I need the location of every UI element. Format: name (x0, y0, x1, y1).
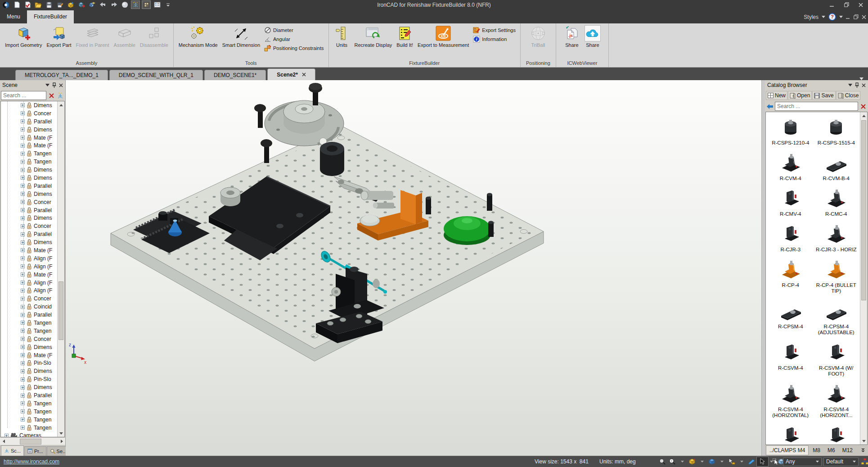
viewport[interactable]: z x (66, 80, 761, 456)
expand-icon[interactable] (21, 272, 25, 277)
expand-icon[interactable] (21, 200, 25, 204)
tab-fixturebuilder[interactable]: FixtureBuilder (27, 10, 74, 23)
app-logo-icon[interactable] (2, 1, 10, 9)
tree-item[interactable]: Parallel (1, 182, 64, 190)
catalog-item[interactable]: R-CVM-4 (768, 153, 814, 181)
tree-item[interactable]: Tangen (1, 327, 64, 335)
expand-icon[interactable] (4, 434, 9, 437)
tree-item[interactable]: Dimens (1, 367, 64, 375)
catalog-item[interactable]: R-CP-4 (BULLET TIP) (814, 260, 859, 294)
expand-icon[interactable] (21, 321, 25, 325)
expand-icon[interactable] (21, 176, 25, 180)
scroll-up-icon[interactable] (860, 112, 867, 119)
tab-menu[interactable]: Menu (0, 10, 27, 23)
catalog-vscrollbar[interactable] (860, 112, 867, 444)
import-geometry-button[interactable]: Import Geometry (3, 24, 45, 49)
expand-icon[interactable] (21, 168, 25, 172)
select-mode-icon[interactable] (727, 457, 736, 466)
chevron-down-icon[interactable] (717, 457, 726, 466)
tree-item[interactable]: Align (F (1, 263, 64, 271)
tree-item[interactable]: Mate (F (1, 141, 64, 150)
configuration-select[interactable]: Default (823, 458, 859, 466)
expand-icon[interactable] (21, 313, 25, 317)
catalog-item[interactable]: R-CJR-3 (768, 224, 814, 253)
scrollbar-thumb[interactable] (861, 120, 866, 300)
expand-icon[interactable] (21, 385, 25, 390)
doc-restore-icon[interactable] (854, 14, 859, 19)
build-it-button[interactable]: Build It! (394, 24, 415, 49)
expand-icon[interactable] (21, 337, 25, 341)
catalog-item[interactable]: R-CPSM-4 (ADJUSTABLE) (814, 301, 859, 336)
part-green-rest[interactable] (444, 216, 490, 245)
property-list-icon[interactable] (153, 1, 161, 9)
tree-item[interactable]: Pin-Slo (1, 359, 64, 367)
structure-icon[interactable] (860, 457, 868, 466)
filter-tree-icon[interactable] (56, 91, 64, 100)
share-cloud-button[interactable]: Share (582, 24, 603, 49)
export-to-measurement-button[interactable]: Export to Measurement (415, 24, 471, 49)
catalog-item[interactable]: R-CJR-3 - HORIZ (814, 224, 859, 253)
alt-cursor-button[interactable] (770, 457, 781, 466)
tree-item[interactable]: Concer (1, 198, 64, 206)
tree-item[interactable]: Mate (F (1, 134, 64, 142)
tree-item[interactable]: Tangen (1, 399, 64, 408)
copy-parts-icon[interactable] (88, 1, 96, 9)
minimize-button[interactable] (825, 0, 839, 9)
expand-icon[interactable] (21, 136, 25, 140)
scene-browser-toggle-icon[interactable] (131, 1, 139, 9)
catalog-item[interactable]: R-CMV-4 (768, 189, 814, 217)
assemble-button[interactable]: Assemble (112, 24, 138, 49)
wedge-tool-icon[interactable] (747, 457, 756, 466)
tree-item[interactable]: Align (F (1, 254, 64, 263)
catalog-item[interactable]: R-CVM-B-4 (814, 153, 859, 181)
expand-icon[interactable] (21, 192, 25, 196)
close-button[interactable] (854, 0, 868, 9)
expand-icon[interactable] (21, 152, 25, 156)
viewport-3d-scene[interactable]: z x (66, 80, 761, 456)
add-part-icon[interactable] (77, 1, 85, 9)
scroll-up-icon[interactable] (58, 101, 64, 109)
expand-icon[interactable] (21, 232, 25, 236)
expand-icon[interactable] (21, 305, 25, 309)
expand-icon[interactable] (21, 216, 25, 220)
export-settings-button[interactable]: Export Settings (473, 27, 516, 34)
catalog-tab[interactable]: M6 (824, 446, 838, 455)
share-js-button[interactable]: .js Share (562, 24, 582, 49)
chevron-down-icon[interactable] (697, 457, 706, 466)
redo-icon[interactable] (110, 1, 118, 9)
ironcad-link[interactable]: http://www.ironcad.com (4, 458, 59, 465)
document-tab[interactable]: DEMO_SCENE1* (204, 70, 266, 80)
undo-icon[interactable] (99, 1, 107, 9)
tree-item[interactable]: Concer (1, 109, 64, 118)
expand-icon[interactable] (21, 394, 25, 398)
back-arrow-icon[interactable] (766, 102, 774, 110)
expand-icon[interactable] (21, 329, 25, 333)
tree-item[interactable]: Parallel (1, 391, 64, 399)
expand-icon[interactable] (21, 119, 25, 123)
expand-icon[interactable] (21, 401, 25, 405)
pin-icon[interactable] (52, 82, 56, 88)
shaded-cube-icon[interactable] (707, 457, 716, 466)
tree-item[interactable]: Tangen (1, 158, 64, 166)
expand-icon[interactable] (21, 426, 25, 430)
tree-item[interactable]: Mate (F (1, 351, 64, 359)
panel-splitter[interactable] (761, 80, 765, 456)
open-icon[interactable] (34, 1, 42, 9)
tree-item[interactable]: Pin-Slo (1, 375, 64, 383)
expand-icon[interactable] (21, 224, 25, 228)
panel-tab-sc[interactable]: Sc... (1, 445, 24, 456)
scroll-left-icon[interactable] (0, 438, 7, 445)
import-file-icon[interactable] (23, 1, 31, 9)
restore-button[interactable] (839, 0, 854, 9)
catalog-search-input[interactable] (775, 102, 858, 111)
expand-icon[interactable] (21, 369, 25, 373)
tree-item[interactable]: Mate (F (1, 271, 64, 279)
save-icon[interactable] (45, 1, 53, 9)
catalog-item[interactable] (814, 426, 859, 445)
catalog-box-icon[interactable] (67, 1, 75, 9)
tree-item-cameras[interactable]: Cameras (1, 432, 64, 437)
expand-icon[interactable] (21, 240, 25, 245)
expand-icon[interactable] (21, 256, 25, 260)
catalog-item[interactable]: R-CPSM-4 (768, 301, 814, 336)
scene-tree-vscrollbar[interactable] (57, 101, 64, 437)
